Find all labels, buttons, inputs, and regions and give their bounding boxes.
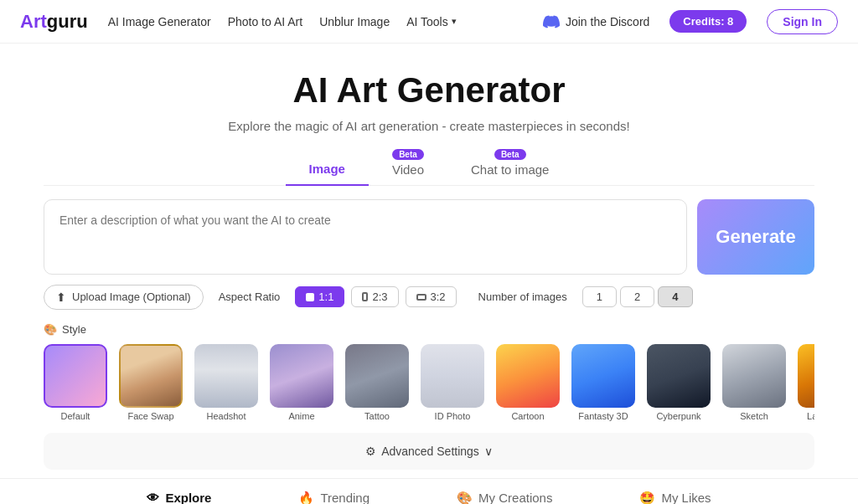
- style-item-faceswap[interactable]: Face Swap: [119, 344, 183, 421]
- tab-video-beta: Beta: [392, 149, 424, 160]
- style-item-fantasy[interactable]: Fantasty 3D: [571, 344, 635, 421]
- tab-chat-label: Chat to image: [471, 162, 549, 177]
- nav-link-photo[interactable]: Photo to AI Art: [228, 15, 303, 28]
- num-4[interactable]: 4: [658, 286, 692, 307]
- aspect-2-3[interactable]: 2:3: [351, 286, 398, 307]
- hero-title: AI Art Generator: [0, 70, 858, 111]
- discord-link[interactable]: Join the Discord: [543, 13, 649, 30]
- style-item-anime[interactable]: Anime: [270, 344, 333, 421]
- prompt-input[interactable]: [44, 199, 687, 275]
- hero-section: AI Art Generator Explore the magic of AI…: [0, 44, 858, 147]
- upload-label: Upload Image (Optional): [72, 291, 191, 303]
- explore-icon: 👁: [147, 491, 159, 504]
- signin-button[interactable]: Sign In: [767, 9, 838, 34]
- aspect-tall-icon: [362, 292, 368, 301]
- input-section: Generate: [0, 186, 858, 275]
- style-item-tattoo[interactable]: Tattoo: [345, 344, 409, 421]
- bottom-tab-likes[interactable]: 🤩 My Likes: [596, 479, 754, 505]
- discord-label: Join the Discord: [566, 15, 649, 28]
- nav-link-ai-image[interactable]: AI Image Generator: [108, 15, 211, 28]
- tab-video-label: Video: [392, 162, 424, 177]
- navbar: Artguru AI Image Generator Photo to AI A…: [0, 0, 858, 44]
- tab-chat-beta: Beta: [494, 149, 526, 160]
- aspect-square-icon: [306, 293, 314, 301]
- advanced-settings[interactable]: ⚙ Advanced Settings ∨: [44, 433, 814, 470]
- aspect-3-2[interactable]: 3:2: [406, 286, 457, 307]
- generate-button[interactable]: Generate: [697, 199, 814, 275]
- aspect-options: 1:1 2:3 3:2: [295, 286, 456, 307]
- tab-bar: Image Beta Video Beta Chat to image: [44, 147, 814, 186]
- style-grid: Default Face Swap Headshot Anime Tattoo: [44, 344, 814, 424]
- num-1[interactable]: 1: [582, 286, 617, 307]
- hero-subtitle: Explore the magic of AI art generation -…: [0, 119, 858, 133]
- advanced-settings-label: ⚙ Advanced Settings ∨: [365, 445, 493, 458]
- creations-icon: 🎨: [457, 491, 473, 505]
- style-emoji-icon: 🎨: [44, 323, 57, 336]
- aspect-ratio-label: Aspect Ratio: [219, 291, 281, 303]
- bottom-tab-bar: 👁 Explore 🔥 Trending 🎨 My Creations 🤩 My…: [0, 478, 858, 505]
- discord-icon: [543, 13, 560, 30]
- style-item-landscape[interactable]: Landscape: [798, 344, 814, 421]
- style-section: 🎨 Style Default Face Swap Headshot Anime: [0, 320, 858, 424]
- nav-links: AI Image Generator Photo to AI Art Unblu…: [108, 15, 457, 28]
- bottom-tab-creations[interactable]: 🎨 My Creations: [413, 479, 596, 505]
- style-item-cartoon[interactable]: Cartoon: [496, 344, 560, 421]
- chevron-down-icon: ▾: [452, 16, 457, 27]
- bottom-tab-trending[interactable]: 🔥 Trending: [255, 479, 413, 505]
- tab-image[interactable]: Image: [286, 147, 369, 186]
- trending-icon: 🔥: [298, 491, 314, 505]
- nav-link-unblur[interactable]: Unblur Image: [319, 15, 390, 28]
- num-images-label: Number of images: [478, 291, 567, 303]
- chevron-down-icon: ∨: [484, 445, 493, 458]
- tab-video[interactable]: Beta Video: [369, 149, 447, 185]
- bottom-tab-explore[interactable]: 👁 Explore: [103, 479, 255, 505]
- logo[interactable]: Artguru: [20, 11, 88, 33]
- upload-button[interactable]: ⬆ Upload Image (Optional): [44, 285, 204, 310]
- aspect-wide-icon: [416, 294, 426, 301]
- credits-button[interactable]: Credits: 8: [669, 10, 747, 33]
- tab-chat[interactable]: Beta Chat to image: [447, 149, 572, 185]
- style-item-sketch[interactable]: Sketch: [722, 344, 786, 421]
- nav-link-ai-tools[interactable]: AI Tools ▾: [406, 15, 457, 28]
- aspect-1-1[interactable]: 1:1: [295, 286, 344, 307]
- style-item-headshot[interactable]: Headshot: [194, 344, 258, 421]
- style-item-idphoto[interactable]: ID Photo: [421, 344, 484, 421]
- style-item-default[interactable]: Default: [44, 344, 107, 421]
- style-label: 🎨 Style: [44, 323, 814, 336]
- settings-icon: ⚙: [365, 445, 376, 458]
- style-item-cyberpunk[interactable]: Cyberpunk: [647, 344, 711, 421]
- num-2[interactable]: 2: [620, 286, 654, 307]
- num-options: 1 2 4: [582, 286, 693, 307]
- tab-image-label: Image: [309, 162, 345, 176]
- options-row: ⬆ Upload Image (Optional) Aspect Ratio 1…: [0, 275, 858, 320]
- upload-icon: ⬆: [56, 291, 66, 304]
- likes-icon: 🤩: [639, 491, 655, 505]
